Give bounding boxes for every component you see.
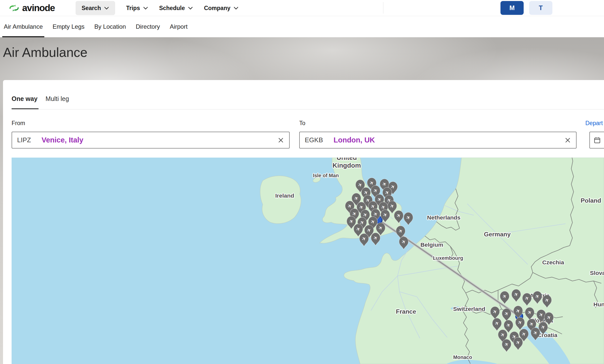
nav-schedule-label: Schedule [159,5,185,12]
tab-label: By Location [94,23,126,30]
map-label-switzerland: Switzerland [453,306,485,312]
top-nav: avinode Search Trips Schedule Company M … [0,0,604,16]
chevron-down-icon [233,7,239,10]
from-airport-code: LIPZ [17,136,31,144]
map-label-poland: Poland [581,197,601,204]
map-label-kingdom: Kingdom [332,162,361,169]
tab-label: Empty Legs [53,23,85,30]
depart-date-input[interactable]: 1 [589,132,604,149]
nav-trips-label: Trips [126,5,140,12]
map-container: UnitedKingdomIsle of ManIrelandNetherlan… [12,158,604,364]
map-label-belgium: Belgium [420,241,443,248]
map-label-ireland: Ireland [275,192,294,199]
close-icon [278,137,284,143]
to-airport-code: EGKB [305,136,323,144]
search-card: One way Multi leg From To Depart LIPZ Ve… [3,80,604,364]
from-label: From [12,120,25,127]
to-input[interactable]: EGKB London, UK [299,132,577,149]
avinode-logo-icon [9,5,20,12]
map-label-united: United [337,158,357,161]
nav-company-label: Company [204,5,230,12]
tab-air-ambulance[interactable]: Air Ambulance [2,16,44,37]
map-label-germany: Germany [484,231,511,238]
map-label-isle-of-man: Isle of Man [313,173,339,178]
nav-schedule[interactable]: Schedule [159,1,193,15]
chevron-down-icon [188,7,193,10]
app-window: avinode Search Trips Schedule Company M … [0,0,604,364]
close-icon [564,137,571,143]
trip-type-tabs: One way Multi leg [12,95,69,102]
tabs-divider [12,109,604,110]
hero-section: Air Ambulance One way Multi leg From To … [0,37,604,364]
map-land [260,176,301,224]
nav-company[interactable]: Company [204,1,239,15]
page-title: Air Ambulance [3,45,87,60]
tab-airport[interactable]: Airport [168,16,189,37]
from-input[interactable]: LIPZ Venice, Italy [12,132,290,149]
depart-label: Depart [585,120,603,127]
nav-divider [383,2,383,14]
tab-empty-legs[interactable]: Empty Legs [51,16,86,37]
tab-directory[interactable]: Directory [134,16,161,37]
avinode-logo[interactable]: avinode [9,0,55,16]
map-label-monaco: Monaco [453,354,472,360]
map-label-luxembourg: Luxembourg [433,255,463,261]
from-clear-button[interactable] [278,137,284,143]
tab-label: Directory [136,23,160,30]
main-menu: Search Trips Schedule Company [76,0,239,16]
chevron-down-icon [104,7,109,10]
map-label-france: France [396,308,416,315]
nav-trips[interactable]: Trips [126,1,148,15]
profile-button[interactable]: T [529,1,552,15]
messages-button[interactable]: M [500,1,524,15]
nav-search[interactable]: Search [76,1,115,15]
map-label-slovakia: Slovakia [590,270,604,276]
calendar-icon [593,136,601,144]
tab-label: Airport [170,23,188,30]
map-label-hungary: Hungary [593,301,604,308]
to-city: London, UK [333,136,375,144]
from-city: Venice, Italy [42,136,83,144]
nav-search-label: Search [82,5,101,12]
section-tabs: Air Ambulance Empty Legs By Location Dir… [0,16,604,37]
to-label: To [299,120,305,127]
tab-label: Air Ambulance [4,23,43,30]
route-map[interactable]: UnitedKingdomIsle of ManIrelandNetherlan… [12,158,604,364]
map-label-croatia: Croatia [538,332,557,338]
map-label-netherlands: Netherlands [427,214,460,221]
tab-one-way[interactable]: One way [12,95,38,102]
tab-by-location[interactable]: By Location [93,16,127,37]
chevron-down-icon [143,7,148,10]
map-label-czechia: Czechia [542,259,564,266]
avinode-wordmark: avinode [22,3,55,13]
to-clear-button[interactable] [564,137,571,143]
tab-multi-leg[interactable]: Multi leg [46,95,69,102]
